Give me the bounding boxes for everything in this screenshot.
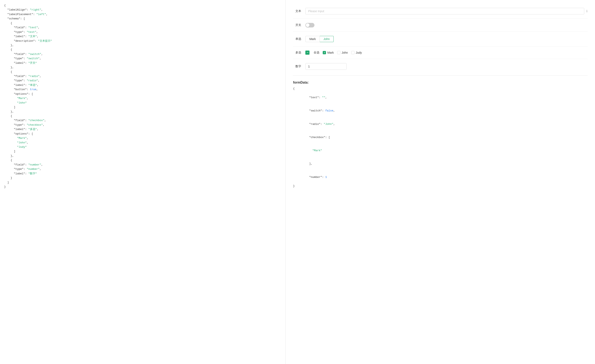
fd-checkbox-open: "checkbox": [ [293,130,588,144]
code-line: "field": "text", [4,25,281,30]
form-divider [293,76,588,76]
code-line: "options": [ [4,132,281,136]
code-line: "schema": [ [4,16,281,21]
fd-number-line: "number": 1 [293,171,588,184]
number-field-row: 数字 − + [293,59,588,74]
radio-field-row: 单选 Mark John [293,32,588,46]
fd-close-brace: } [293,184,588,188]
switch-control [305,23,588,27]
code-line: "Mark", [4,96,281,101]
checkbox-control: 全选 Mark John Judy [305,51,588,55]
code-line: "label": "开关" [4,61,281,65]
checkbox-mark-label: Mark [327,51,334,54]
code-line: "field": "radio", [4,74,281,78]
fd-checkbox-close: ], [293,157,588,171]
checkbox-select-all[interactable] [305,51,310,55]
checkbox-judy[interactable]: Judy [351,51,362,54]
fd-open-brace: { [293,86,588,91]
code-line: "type": "radio", [4,78,281,83]
code-line: "label": "文本", [4,34,281,39]
checkbox-john-box [337,51,340,54]
checkbox-john[interactable]: John [337,51,348,54]
number-input-group: − + [305,63,347,70]
text-field-row: 文本 ℹ [293,4,588,18]
fd-checkbox-item: "Mark" [293,144,588,157]
all-label: 全选 [314,51,319,55]
fd-text-line: "text": "", [293,91,588,104]
radio-control: Mark John [305,36,588,42]
toggle-slider [305,23,314,27]
text-label: 文本 [293,9,305,13]
checkbox-judy-box [351,51,354,54]
code-line: { [4,158,281,162]
code-line: ] [4,180,281,185]
code-line: ] [4,149,281,153]
code-line: { [4,114,281,118]
code-line: "John", [4,141,281,145]
code-line: "label": "数字" [4,172,281,176]
code-line: }, [4,154,281,158]
code-line: "Mark", [4,136,281,140]
switch-label: 开关 [293,23,305,27]
code-editor-panel: { "labelAlign": "right", "labelPlacement… [0,0,285,364]
code-line: "Judy" [4,145,281,149]
code-line: }, [4,65,281,69]
form-data-code: { "text": "", "switch": false, "radio": … [293,86,588,188]
number-control: − + [305,63,588,70]
code-line: "label": "多选", [4,127,281,131]
radio-option-mark[interactable]: Mark [305,36,320,42]
radio-group: Mark John [305,36,588,42]
code-line: "labelPlacement": "left", [4,12,281,16]
checkbox-judy-label: Judy [356,51,362,54]
code-line: "type": "checkbox", [4,123,281,127]
code-line: "options": [ [4,92,281,96]
text-input[interactable] [308,9,581,13]
code-line: "label": "单选", [4,83,281,87]
code-line: "field": "checkbox", [4,118,281,123]
radio-option-john[interactable]: John [320,36,334,42]
checkbox-mark-box [323,51,326,54]
code-line: "field": "switch", [4,52,281,56]
code-line: "button": true, [4,87,281,92]
code-line: "type": "text", [4,30,281,34]
number-input[interactable] [305,63,347,69]
code-line: "John" [4,101,281,105]
code-line: { [4,48,281,52]
switch-field-row: 开关 [293,19,588,31]
fd-switch-line: "switch": false, [293,104,588,117]
code-line: } [4,176,281,180]
toggle-switch[interactable] [305,23,314,27]
code-line: "labelAlign": "right", [4,8,281,12]
code-line: "type": "switch", [4,56,281,61]
text-input-wrapper[interactable] [305,8,584,14]
checkbox-field-row: 多选 全选 Mark John Judy [293,47,588,58]
code-line: "field": "number", [4,163,281,167]
code-line: "type": "number", [4,167,281,171]
checkbox-mark[interactable]: Mark [323,51,334,54]
code-line: ] [4,105,281,109]
radio-label: 单选 [293,37,305,41]
checkbox-group: 全选 Mark John Judy [305,51,588,55]
checkbox-label: 多选 [293,51,305,55]
text-input-control: ℹ [305,8,588,14]
form-panel: 文本 ℹ 开关 单选 Mark John 多选 [285,0,595,364]
code-line: { [4,21,281,25]
number-label: 数字 [293,65,305,68]
code-line: { [4,3,281,8]
fd-radio-line: "radio": "John", [293,117,588,130]
code-line: }, [4,110,281,114]
form-data-section: formData: { "text": "", "switch": false,… [293,77,588,192]
checkbox-john-label: John [342,51,348,54]
code-line: } [4,185,281,189]
code-line: { [4,70,281,74]
info-icon[interactable]: ℹ [586,9,588,13]
form-data-title: formData: [293,81,588,84]
code-line: }, [4,43,281,48]
code-line: "description": "文本提示" [4,39,281,43]
